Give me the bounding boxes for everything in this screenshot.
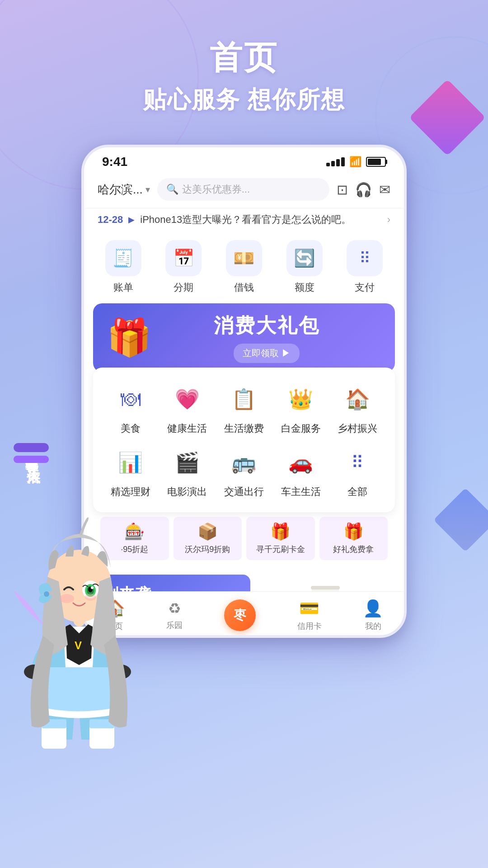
quick-menu: 🧾 账单 📅 分期 💴 借钱 <box>84 231 404 303</box>
nav-credit[interactable]: 💳 信用卡 <box>297 599 322 632</box>
search-placeholder: 达美乐优惠券... <box>182 183 250 196</box>
nav-center-button[interactable]: 枣 <box>224 599 256 631</box>
status-bar: 9:41 📶 <box>84 147 404 173</box>
headphone-icon[interactable]: 🎧 <box>355 182 372 198</box>
signal-bar-1 <box>326 163 330 166</box>
badge-text: 买单吧体验官 <box>14 443 49 452</box>
service-food[interactable]: 🍽 美食 <box>102 381 159 435</box>
all-label: 全部 <box>347 485 367 499</box>
bills-icon: 📋 <box>231 387 256 411</box>
status-time: 9:41 <box>102 155 127 169</box>
battery-nub <box>385 160 387 164</box>
promo-cardcash[interactable]: 🎁 寻千元刷卡金 <box>246 517 315 560</box>
search-icon: 🔍 <box>166 184 178 195</box>
news-date: 12-28 <box>98 214 123 226</box>
health-icon: 💗 <box>175 387 200 411</box>
pay-icon-bg: ⠿ <box>347 240 383 276</box>
transport-label: 交通出行 <box>224 485 264 499</box>
svg-point-15 <box>91 586 94 589</box>
news-ticker[interactable]: 12-28 ▶ iPhone13造型大曝光？看看官方是怎么说的吧。 › <box>84 208 404 231</box>
nav-center[interactable]: 枣 <box>224 599 256 631</box>
scan-icon[interactable]: ⊡ <box>337 182 348 198</box>
promo-banner[interactable]: 🎁 消费大礼包 立即领取 ▶ <box>93 303 395 372</box>
cardcash-icon: 🎁 <box>270 522 291 541</box>
chevron-down-icon: ▾ <box>145 184 150 195</box>
nav-park[interactable]: ♻ 乐园 <box>166 600 183 631</box>
installment-icon-bg: 📅 <box>165 240 202 276</box>
bill-icon-bg: 🧾 <box>105 240 141 276</box>
movie-icon: 🎬 <box>175 451 200 474</box>
cardcash-label: 寻千元刷卡金 <box>256 544 305 555</box>
service-health[interactable]: 💗 健康生活 <box>159 381 216 435</box>
banner-cta-button[interactable]: 立即领取 ▶ <box>234 344 300 363</box>
svg-point-17 <box>85 594 96 601</box>
character-name-badge: 洛天依 <box>14 456 49 463</box>
quick-item-loan[interactable]: 💴 借钱 <box>226 240 262 294</box>
promo-walmart[interactable]: 📦 沃尔玛9折购 <box>174 517 242 560</box>
service-car[interactable]: 🚗 车主生活 <box>272 444 329 499</box>
page-subtitle: 贴心服务 想你所想 <box>0 84 488 116</box>
health-label: 健康生活 <box>167 422 207 435</box>
battery-fill <box>368 159 381 165</box>
svg-text:V: V <box>75 639 82 651</box>
profile-icon: 👤 <box>363 599 383 618</box>
signal-bars-icon <box>326 157 345 166</box>
installment-label: 分期 <box>174 281 193 294</box>
page-title: 首页 <box>0 36 488 80</box>
quick-item-bill[interactable]: 🧾 账单 <box>105 240 141 294</box>
loan-label: 借钱 <box>234 281 254 294</box>
banner-text: 消费大礼包 立即领取 ▶ <box>152 312 381 363</box>
loan-icon-bg: 💴 <box>226 240 262 276</box>
installment-icon: 📅 <box>173 248 194 268</box>
food-label: 美食 <box>121 422 141 435</box>
city-selector[interactable]: 哈尔滨... ▾ <box>98 182 150 198</box>
walmart-label: 沃尔玛9折购 <box>185 544 230 555</box>
platinum-label: 白金服务 <box>281 422 321 435</box>
quick-item-pay[interactable]: ⠿ 支付 <box>347 240 383 294</box>
walmart-icon: 📦 <box>197 522 218 541</box>
status-icons: 📶 <box>326 156 386 168</box>
svg-rect-0 <box>311 586 340 590</box>
credit-icon: 💳 <box>299 599 319 618</box>
profile-label: 我的 <box>365 621 381 632</box>
pay-icon: ⠿ <box>359 249 371 267</box>
bg-diamond-right2 <box>433 488 488 552</box>
signal-bar-2 <box>331 161 335 166</box>
rural-icon: 🏠 <box>345 387 370 411</box>
finance-icon: 📊 <box>118 451 143 474</box>
food-icon: 🍽 <box>121 388 141 410</box>
header-section: 首页 贴心服务 想你所想 <box>0 0 488 116</box>
app-header: 哈尔滨... ▾ 🔍 达美乐优惠券... ⊡ 🎧 ✉ <box>84 173 404 208</box>
svg-point-19 <box>44 591 49 597</box>
news-chevron-icon: › <box>387 214 390 226</box>
bills-label: 生活缴费 <box>224 422 264 435</box>
transport-icon: 🚌 <box>231 451 256 474</box>
platinum-icon: 👑 <box>288 387 313 411</box>
service-movie[interactable]: 🎬 电影演出 <box>159 444 216 499</box>
signal-bar-4 <box>341 157 345 166</box>
quota-icon-bg: 🔄 <box>286 240 323 276</box>
city-name: 哈尔滨... <box>98 182 143 198</box>
nav-profile[interactable]: 👤 我的 <box>363 599 383 632</box>
park-label: 乐园 <box>166 620 183 631</box>
pay-label: 支付 <box>355 281 375 294</box>
search-bar[interactable]: 🔍 达美乐优惠券... <box>157 178 329 201</box>
mail-icon[interactable]: ✉ <box>379 182 390 198</box>
service-all[interactable]: ⠿ 全部 <box>329 444 386 499</box>
signal-bar-3 <box>336 159 340 166</box>
promo-freegift[interactable]: 🎁 好礼免费拿 <box>319 517 388 560</box>
character-badge: 买单吧体验官 洛天依 <box>14 443 49 463</box>
service-platinum[interactable]: 👑 白金服务 <box>272 381 329 435</box>
svg-point-16 <box>60 594 74 603</box>
service-rural[interactable]: 🏠 乡村振兴 <box>329 381 386 435</box>
quick-item-installment[interactable]: 📅 分期 <box>165 240 202 294</box>
anime-character: V <box>0 477 158 750</box>
car-label: 车主生活 <box>281 485 321 499</box>
service-transport[interactable]: 🚌 交通出行 <box>216 444 272 499</box>
gift-icon: 🎁 <box>107 316 152 359</box>
service-bills[interactable]: 📋 生活缴费 <box>216 381 272 435</box>
bill-label: 账单 <box>113 281 133 294</box>
bill-icon: 🧾 <box>113 248 134 268</box>
battery-icon <box>366 157 386 167</box>
quick-item-quota[interactable]: 🔄 额度 <box>286 240 323 294</box>
